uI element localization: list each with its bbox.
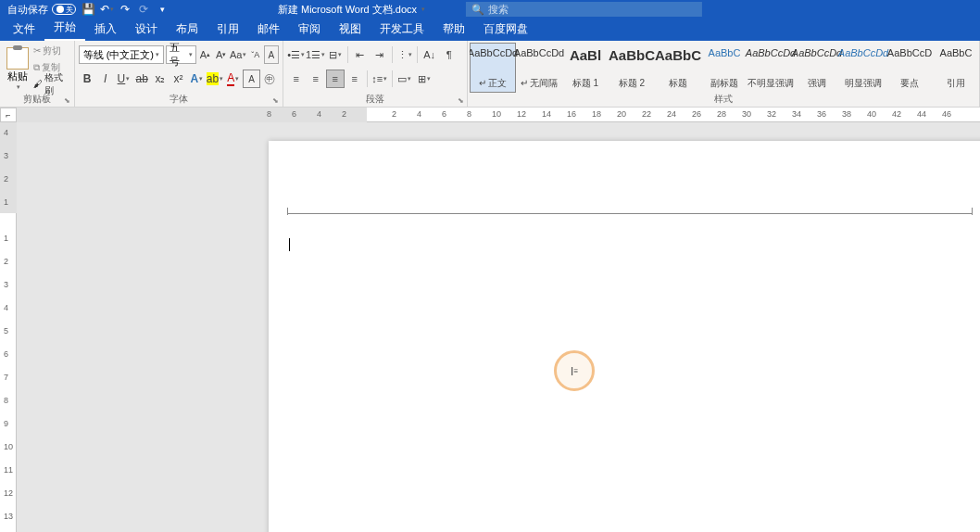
tab-百度网盘[interactable]: 百度网盘 bbox=[474, 18, 537, 41]
bold-button[interactable]: B bbox=[79, 70, 96, 88]
style-强调[interactable]: AaBbCcDd强调 bbox=[794, 43, 840, 93]
group-clipboard: 粘贴 ▾ ✂剪切 ⧉复制 🖌格式刷 剪贴板 ⬊ bbox=[0, 41, 75, 107]
search-icon: 🔍 bbox=[471, 4, 484, 16]
tab-帮助[interactable]: 帮助 bbox=[433, 18, 474, 41]
brush-icon: 🖌 bbox=[33, 79, 43, 89]
text-cursor bbox=[289, 238, 290, 251]
ruler-horizontal[interactable]: 8642246810121416182022242628303234363840… bbox=[17, 108, 980, 122]
clipboard-launcher[interactable]: ⬊ bbox=[63, 95, 72, 105]
style-明显强调[interactable]: AaBbCcDd明显强调 bbox=[840, 43, 886, 93]
group-paragraph: •☰▾ 1☰▾ ⊟▾ ⇤ ⇥ ⋮▾ A↓ ¶ ≡ ≡ ≡ ≡ ↕≡▾ ▭▾ ⊞▾… bbox=[283, 41, 468, 107]
font-color-button[interactable]: A▾ bbox=[224, 70, 242, 88]
tab-视图[interactable]: 视图 bbox=[330, 18, 371, 41]
document-title: 新建 Microsoft Word 文档.docx bbox=[278, 3, 417, 17]
align-left-button[interactable]: ≡ bbox=[287, 70, 306, 88]
char-shading-button[interactable]: A bbox=[243, 70, 260, 88]
phonetic-guide-button[interactable]: ˇA bbox=[248, 45, 262, 64]
group-styles: AaBbCcDd↵ 正文AaBbCcDd↵ 无间隔AaBl标题 1AaBbC标题… bbox=[468, 41, 980, 107]
undo-icon[interactable]: ↶▾ bbox=[100, 3, 113, 16]
style-标题 2[interactable]: AaBbC标题 2 bbox=[609, 43, 655, 93]
paste-icon bbox=[6, 47, 29, 70]
page-header bbox=[287, 213, 973, 214]
enclose-char-button[interactable]: ㊥ bbox=[261, 70, 279, 88]
font-size-select[interactable]: 五号▾ bbox=[166, 45, 196, 64]
tab-邮件[interactable]: 邮件 bbox=[248, 18, 289, 41]
tab-开始[interactable]: 开始 bbox=[44, 16, 85, 41]
bullets-button[interactable]: •☰▾ bbox=[287, 45, 306, 64]
change-case-button[interactable]: Aa▾ bbox=[230, 45, 246, 64]
align-distribute-button[interactable]: ≡ bbox=[346, 70, 364, 88]
group-label-styles: 样式 bbox=[468, 93, 979, 106]
multilevel-button[interactable]: ⊟▾ bbox=[326, 45, 345, 64]
paste-button[interactable]: 粘贴 ▾ bbox=[4, 43, 31, 95]
italic-button[interactable]: I bbox=[96, 70, 114, 88]
title-left: 自动保存 关 💾 ↶▾ ↷ ⟳ ▾ bbox=[0, 3, 169, 17]
copy-icon: ⧉ bbox=[33, 62, 40, 73]
font-name-select[interactable]: 等线 (中文正文)▾ bbox=[79, 45, 164, 64]
align-justify-button[interactable]: ≡ bbox=[326, 70, 345, 88]
ribbon: 粘贴 ▾ ✂剪切 ⧉复制 🖌格式刷 剪贴板 ⬊ 等线 (中文正文)▾ 五号▾ A… bbox=[0, 41, 980, 108]
redo-icon[interactable]: ↷ bbox=[119, 3, 132, 16]
ruler-corner[interactable]: ⌐ bbox=[0, 108, 17, 122]
shrink-font-button[interactable]: A▾ bbox=[214, 45, 228, 64]
search-box[interactable]: 🔍 搜索 bbox=[466, 2, 702, 17]
style-不明显强调[interactable]: AaBbCcDd不明显强调 bbox=[748, 43, 794, 93]
autosave-label: 自动保存 bbox=[7, 3, 48, 17]
superscript-button[interactable]: x² bbox=[170, 70, 187, 88]
style-↵ 正文[interactable]: AaBbCcDd↵ 正文 bbox=[470, 43, 516, 93]
autosave-toggle[interactable]: 自动保存 关 bbox=[7, 3, 76, 17]
line-spacing-button[interactable]: ↕≡▾ bbox=[371, 70, 389, 88]
align-center-button[interactable]: ≡ bbox=[307, 70, 325, 88]
style-要点[interactable]: AaBbCcD要点 bbox=[886, 43, 933, 93]
page[interactable] bbox=[269, 141, 980, 532]
group-label-paragraph: 段落 bbox=[283, 93, 467, 106]
tab-引用[interactable]: 引用 bbox=[207, 18, 248, 41]
tab-开发工具[interactable]: 开发工具 bbox=[371, 18, 433, 41]
decrease-indent-button[interactable]: ⇤ bbox=[351, 45, 370, 64]
paragraph-launcher[interactable]: ⬊ bbox=[456, 95, 465, 105]
increase-indent-button[interactable]: ⇥ bbox=[371, 45, 389, 64]
style-副标题[interactable]: AaBbC副标题 bbox=[701, 43, 748, 93]
title-dropdown-icon[interactable]: ▾ bbox=[421, 6, 425, 13]
style-↵ 无间隔[interactable]: AaBbCcDd↵ 无间隔 bbox=[516, 43, 562, 93]
font-launcher[interactable]: ⬊ bbox=[271, 95, 281, 105]
save-icon[interactable]: 💾 bbox=[82, 3, 94, 16]
text-effects-button[interactable]: A▾ bbox=[188, 70, 206, 88]
tab-文件[interactable]: 文件 bbox=[4, 18, 44, 41]
asian-layout-button[interactable]: ⋮▾ bbox=[396, 45, 414, 64]
style-标题 1[interactable]: AaBl标题 1 bbox=[562, 43, 609, 93]
shading-button[interactable]: ▭▾ bbox=[396, 70, 414, 88]
cut-button: ✂剪切 bbox=[33, 43, 70, 58]
grow-font-button[interactable]: A▴ bbox=[198, 45, 212, 64]
underline-button[interactable]: U▾ bbox=[115, 70, 132, 88]
show-marks-button[interactable]: ¶ bbox=[440, 45, 459, 64]
clear-format-button[interactable]: A bbox=[264, 45, 278, 64]
tab-插入[interactable]: 插入 bbox=[85, 18, 126, 41]
ribbon-tabs: 文件开始插入设计布局引用邮件审阅视图开发工具帮助百度网盘 bbox=[0, 19, 980, 41]
search-placeholder: 搜索 bbox=[488, 3, 509, 17]
subscript-button[interactable]: x₂ bbox=[152, 70, 170, 88]
ruler-vertical[interactable]: 4321123456789101112131415 bbox=[0, 122, 17, 532]
format-painter-button[interactable]: 🖌格式刷 bbox=[33, 76, 70, 92]
document-area: 4321123456789101112131415 bbox=[0, 122, 980, 532]
style-引用[interactable]: AaBbC引用 bbox=[933, 43, 979, 93]
strike-button[interactable]: ab bbox=[133, 70, 151, 88]
group-font: 等线 (中文正文)▾ 五号▾ A▴ A▾ Aa▾ ˇA A B I U▾ ab … bbox=[75, 41, 283, 107]
document-canvas[interactable] bbox=[17, 122, 980, 532]
numbering-button[interactable]: 1☰▾ bbox=[307, 45, 325, 64]
tab-审阅[interactable]: 审阅 bbox=[289, 18, 330, 41]
highlight-button[interactable]: ab▾ bbox=[207, 70, 224, 88]
title-bar: 自动保存 关 💾 ↶▾ ↷ ⟳ ▾ 新建 Microsoft Word 文档.d… bbox=[0, 0, 980, 19]
paste-label: 粘贴 bbox=[7, 70, 28, 83]
style-标题[interactable]: AaBbC标题 bbox=[655, 43, 701, 93]
tab-布局[interactable]: 布局 bbox=[167, 18, 207, 41]
cursor-indicator: I≡ bbox=[554, 350, 595, 391]
sort-button[interactable]: A↓ bbox=[421, 45, 439, 64]
borders-button[interactable]: ⊞▾ bbox=[415, 70, 433, 88]
tab-设计[interactable]: 设计 bbox=[126, 18, 167, 41]
sync-icon[interactable]: ⟳ bbox=[137, 3, 150, 16]
group-label-font: 字体 bbox=[75, 93, 283, 106]
toggle-switch[interactable]: 关 bbox=[52, 4, 76, 15]
qat-more-icon[interactable]: ▾ bbox=[156, 3, 169, 16]
scissors-icon: ✂ bbox=[33, 45, 41, 56]
